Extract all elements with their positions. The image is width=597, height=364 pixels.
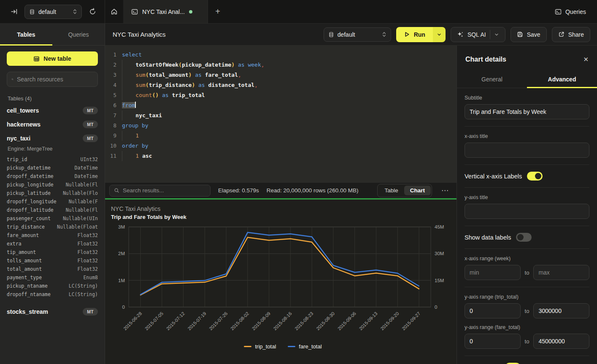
table-row-hackernews[interactable]: hackernews MT	[7, 117, 98, 131]
code-token: sum	[135, 72, 145, 78]
tab-advanced[interactable]: Advanced	[527, 71, 597, 88]
code-token: total_amount	[149, 72, 189, 78]
x-axis-tick: 2015-08-16	[273, 311, 293, 331]
home-button[interactable]	[105, 0, 124, 23]
code-token	[122, 82, 135, 88]
sql-ai-button[interactable]: SQL AI	[451, 27, 505, 42]
y-axis-range-trip-min-input[interactable]	[465, 303, 521, 318]
table-row-nyc-taxi[interactable]: nyc_taxi MT	[7, 131, 98, 145]
elapsed-stat: Elapsed: 0.579s	[218, 187, 259, 194]
new-tab-button[interactable]: +	[208, 0, 227, 23]
save-icon	[517, 31, 523, 38]
table-name: cell_towers	[7, 107, 39, 114]
resource-search-input[interactable]	[17, 76, 93, 83]
panel-body: Subtitle x-axis title Vertical x-axis La…	[457, 88, 597, 364]
run-button[interactable]: Run	[396, 27, 433, 42]
collapse-sidebar-button[interactable]	[8, 5, 20, 18]
show-data-labels-toggle[interactable]	[516, 233, 532, 242]
collapse-sidebar-icon	[11, 8, 18, 15]
sidebar-tab-tables[interactable]: Tables	[0, 24, 52, 45]
sidebar: Tables Queries New table Tables (4) cell…	[0, 24, 105, 364]
column-row: tip_amountFloat32	[7, 248, 98, 256]
view-toggle-table[interactable]: Table	[378, 186, 404, 195]
code-token: 1	[135, 153, 139, 159]
results-search-input[interactable]	[123, 187, 206, 194]
left-axis-tick: 3M	[118, 224, 125, 229]
share-button[interactable]: Share	[552, 27, 590, 42]
column-type: Nullable(UIn	[63, 214, 98, 223]
series-line-fare_total	[140, 232, 419, 294]
sql-ai-label: SQL AI	[467, 31, 486, 38]
column-row: dropoff_longitudeNullable(F	[7, 197, 98, 206]
legend-item-fare_total[interactable]: fare_total	[288, 343, 321, 350]
vertical-x-labels-row: Vertical x-axis Labels	[465, 172, 589, 181]
code-line: 9 1	[105, 131, 457, 141]
code-text: sum(trip_distance) as distance_total,	[122, 80, 457, 90]
tab-general[interactable]: General	[457, 71, 527, 88]
y-axis-range-trip-max-input[interactable]	[533, 303, 589, 318]
right-axis-tick: 30M	[435, 251, 444, 256]
x-axis-tick: 2015-07-12	[165, 311, 186, 331]
more-options-button[interactable]: ⋯	[440, 186, 451, 195]
x-axis-title-input[interactable]	[465, 143, 589, 158]
y-axis-range-fare-max-input[interactable]	[533, 334, 589, 349]
code-token: 1	[135, 132, 139, 139]
queries-button[interactable]: Queries	[555, 8, 586, 15]
table-row-stocks-stream[interactable]: stocks_stream MT	[7, 305, 98, 318]
sql-editor[interactable]: 1select2 toStartOfWeek(pickup_datetime) …	[105, 46, 457, 182]
panel-title: Chart details	[465, 56, 506, 63]
run-button-group: Run	[396, 27, 446, 42]
legend-item-trip_total[interactable]: trip_total	[244, 343, 276, 350]
x-axis-range-max-input[interactable]	[533, 265, 589, 280]
code-token	[122, 132, 135, 139]
line-chart: 01M2M3M015M30M45M2015-06-282015-07-05201…	[111, 223, 455, 342]
y-axis-title-input[interactable]	[465, 204, 589, 219]
header-actions: default Run SQL AI	[324, 27, 590, 42]
code-token: as	[195, 72, 202, 78]
code-line: 3 sum(total_amount) as fare_total,	[105, 70, 457, 80]
refresh-button[interactable]	[86, 5, 99, 18]
resource-search	[7, 72, 98, 87]
sidebar-tab-queries[interactable]: Queries	[52, 24, 105, 45]
code-token: asc	[142, 153, 152, 159]
divider	[465, 187, 589, 188]
vertical-x-labels-toggle[interactable]	[527, 172, 543, 181]
y-axis-range-fare-min-input[interactable]	[465, 334, 521, 349]
x-axis-range-row: to	[465, 265, 589, 280]
x-axis-tick: 2015-09-06	[337, 311, 357, 331]
table-name: stocks_stream	[7, 308, 48, 315]
code-token: as	[198, 82, 205, 88]
save-button[interactable]: Save	[511, 27, 547, 42]
run-options-button[interactable]	[433, 27, 446, 42]
console-tab-icon	[131, 8, 138, 15]
code-token: nyc_taxi	[135, 112, 162, 119]
main-area: 1select2 toStartOfWeek(pickup_datetime) …	[105, 46, 457, 364]
column-type: Nullable(Float	[57, 223, 98, 231]
sidebar-tabs: Tables Queries	[0, 24, 105, 46]
workspace: NYC Taxi Analytics default Run	[105, 24, 597, 364]
column-type: LC(String)	[69, 290, 98, 299]
new-table-button[interactable]: New table	[7, 51, 98, 66]
code-token: )	[231, 62, 235, 68]
chart-legend: trip_totalfare_total	[111, 342, 455, 354]
tab-nyc-taxi-analytics[interactable]: NYC Taxi Anal...	[124, 0, 208, 23]
subtitle-input[interactable]	[465, 104, 589, 119]
toggle-knob	[535, 173, 541, 179]
code-token	[122, 92, 135, 98]
new-table-label: New table	[43, 55, 71, 62]
column-row: fare_amountFloat32	[7, 231, 98, 240]
column-row: dropoff_ntanameLC(String)	[7, 290, 98, 299]
x-axis-range-min-input[interactable]	[465, 265, 521, 280]
table-row-cell-towers[interactable]: cell_towers MT	[7, 103, 98, 117]
close-icon[interactable]: ✕	[583, 56, 589, 63]
line-number: 4	[105, 80, 122, 90]
view-toggle-chart[interactable]: Chart	[404, 186, 431, 195]
run-database-selector[interactable]: default	[324, 27, 391, 42]
column-row: tolls_amountFloat32	[7, 256, 98, 265]
column-name: trip_distance	[7, 223, 45, 231]
tables-section-label: Tables (4)	[8, 95, 98, 102]
code-text: toStartOfWeek(pickup_datetime) as week,	[122, 60, 457, 70]
database-selector[interactable]: default	[24, 5, 82, 19]
line-number: 2	[105, 60, 122, 70]
page-title: NYC Taxi Analytics	[113, 31, 166, 38]
